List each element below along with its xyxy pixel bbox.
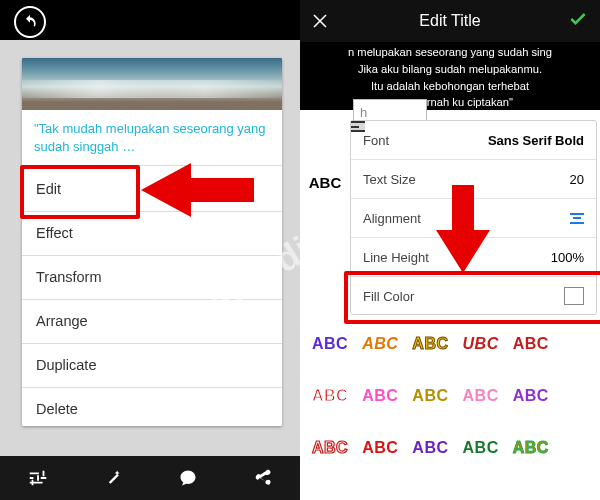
preview-thumbnail — [22, 58, 282, 110]
fill-color-label: Fill Color — [363, 289, 414, 304]
share-button[interactable] — [238, 456, 288, 500]
line-height-label: Line Height — [363, 250, 429, 265]
fill-color-swatch[interactable] — [564, 287, 584, 305]
row-alignment: Alignment — [351, 199, 596, 238]
preview-line: Jika aku bilang sudah melupakanmu. — [300, 61, 600, 78]
confirm-button[interactable] — [568, 9, 592, 33]
close-icon — [311, 12, 329, 30]
style-sample[interactable]: ABC — [362, 439, 398, 457]
row-font[interactable]: Font Sans Serif Bold — [351, 121, 596, 160]
context-card: "Tak mudah melupakan seseorang yang suda… — [22, 58, 282, 426]
context-menu: Edit Effect Transform Arrange Duplicate … — [22, 168, 282, 426]
style-sample[interactable]: ABC — [312, 335, 348, 353]
menu-item-transform[interactable]: Transform — [22, 256, 282, 300]
preview-line: yang pernah ku ciptakan" — [300, 94, 600, 110]
style-row: ABC ABC ABC ABC ABC — [300, 434, 600, 462]
speech-bubble-icon — [178, 468, 198, 488]
alignment-buttons — [570, 213, 584, 224]
style-row: ABC ABC ABC UBC ABC — [300, 330, 600, 358]
magic-button[interactable] — [88, 456, 138, 500]
text-size-value: 20 — [570, 172, 584, 187]
left-screen: "Tak mudah melupakan seseorang yang suda… — [0, 0, 300, 500]
style-sample[interactable]: ABC — [312, 439, 348, 457]
style-sample[interactable]: ABC — [412, 387, 448, 405]
text-size-label: Text Size — [363, 172, 416, 187]
right-screen: Edit Title n melupakan seseorang yang su… — [300, 0, 600, 500]
align-left-button[interactable] — [351, 121, 365, 132]
selected-text-preview: "Tak mudah melupakan seseorang yang suda… — [34, 120, 270, 155]
menu-item-arrange[interactable]: Arrange — [22, 300, 282, 344]
share-icon — [253, 468, 273, 488]
undo-button[interactable] — [14, 6, 46, 38]
style-sample[interactable]: ABC — [513, 439, 549, 457]
style-sample[interactable]: ABC — [513, 387, 549, 405]
right-toolbar: Edit Title — [300, 0, 600, 42]
row-text-size[interactable]: Text Size 20 — [351, 160, 596, 199]
style-sample[interactable]: ABC — [463, 387, 499, 405]
menu-item-effect[interactable]: Effect — [22, 212, 282, 256]
style-sample[interactable]: ABC — [412, 335, 448, 353]
style-preview-strip: ABC — [304, 168, 346, 201]
left-bottom-bar — [0, 456, 300, 500]
close-button[interactable] — [308, 9, 332, 33]
screen-title: Edit Title — [419, 12, 480, 30]
divider — [22, 165, 282, 166]
style-sample[interactable]: UBC — [463, 335, 499, 353]
text-properties-panel: Font Sans Serif Bold Text Size 20 Alignm… — [350, 120, 597, 315]
style-sample[interactable]: ABC — [312, 387, 348, 405]
style-sample[interactable]: ABC — [513, 335, 549, 353]
menu-item-delete[interactable]: Delete — [22, 388, 282, 426]
style-sample[interactable]: ABC — [362, 335, 398, 353]
font-label: Font — [363, 133, 389, 148]
style-sample[interactable]: ABC — [362, 387, 398, 405]
menu-item-duplicate[interactable]: Duplicate — [22, 344, 282, 388]
style-sample[interactable]: ABC — [463, 439, 499, 457]
preview-line: Itu adalah kebohongan terhebat — [300, 78, 600, 95]
undo-icon — [22, 14, 38, 30]
comment-button[interactable] — [163, 456, 213, 500]
left-toolbar — [0, 0, 300, 40]
text-preview: n melupakan seseorang yang sudah sing Ji… — [300, 42, 600, 110]
text-style-grid: ABC ABC ABC UBC ABC ABC ABC ABC ABC ABC … — [300, 330, 600, 462]
alignment-label: Alignment — [363, 211, 421, 226]
line-height-value: 100% — [551, 250, 584, 265]
menu-item-edit[interactable]: Edit — [22, 168, 282, 212]
align-center-button[interactable] — [570, 213, 584, 224]
adjust-button[interactable] — [13, 456, 63, 500]
style-sample[interactable]: ABC — [412, 439, 448, 457]
wand-icon — [103, 468, 123, 488]
font-value: Sans Serif Bold — [488, 133, 584, 148]
preview-line: n melupakan seseorang yang sudah sing — [300, 44, 600, 61]
row-line-height[interactable]: Line Height 100% — [351, 238, 596, 277]
style-sample[interactable]: ABC — [304, 168, 346, 196]
row-fill-color[interactable]: Fill Color — [351, 277, 596, 315]
style-row: ABC ABC ABC ABC ABC — [300, 382, 600, 410]
sliders-icon — [27, 467, 49, 489]
check-icon — [568, 9, 588, 29]
